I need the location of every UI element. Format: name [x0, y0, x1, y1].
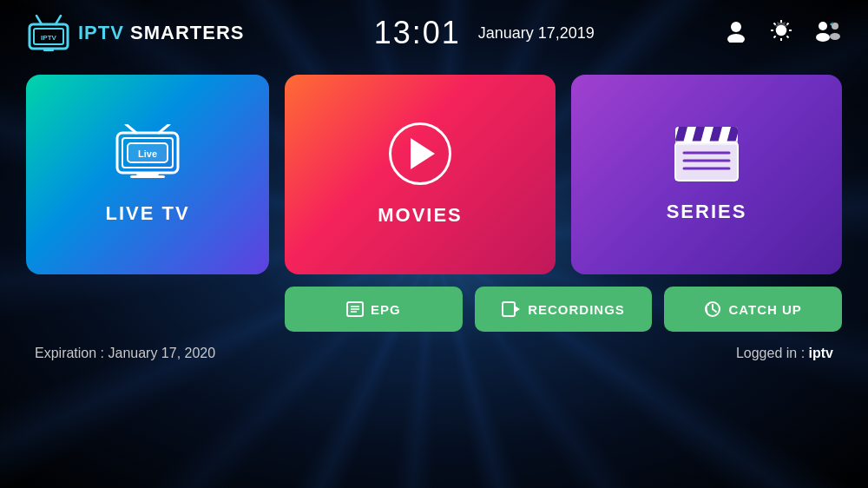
loggedin-user: iptv: [809, 346, 833, 360]
logo-text: IPTV SMARTERS: [78, 22, 244, 44]
svg-point-21: [830, 33, 840, 40]
svg-rect-28: [136, 173, 159, 175]
svg-text:Live: Live: [138, 148, 157, 159]
expiration-date: January 17, 2020: [108, 346, 215, 360]
recordings-button[interactable]: RECORDINGS: [475, 287, 653, 332]
svg-rect-41: [675, 141, 738, 145]
expiration-info: Expiration : January 17, 2020: [35, 346, 215, 361]
profile-icon[interactable]: [724, 18, 748, 49]
svg-line-17: [773, 36, 775, 37]
movies-card[interactable]: MOVIES: [285, 75, 556, 274]
settings-icon[interactable]: [769, 18, 793, 49]
header-center: 13:01 January 17,2019: [374, 15, 595, 51]
footer: Expiration : January 17, 2020 Logged in …: [0, 332, 868, 370]
epg-button[interactable]: EPG: [285, 287, 463, 332]
svg-point-19: [816, 33, 830, 42]
svg-rect-46: [503, 302, 515, 316]
svg-point-9: [779, 28, 783, 32]
series-label: SERIES: [667, 201, 747, 223]
loggedin-prefix: Logged in :: [736, 346, 809, 360]
header: IPTV IPTV SMARTERS 13:01 January 17,2019: [0, 0, 868, 66]
svg-point-6: [731, 22, 741, 32]
tv-logo-icon: IPTV: [26, 14, 71, 52]
top-cards: MOVIES: [285, 75, 842, 274]
date-display: January 17,2019: [478, 24, 595, 43]
svg-rect-2: [43, 49, 54, 51]
right-column: MOVIES: [285, 75, 842, 332]
catchup-button[interactable]: CATCH UP: [664, 287, 842, 332]
svg-line-16: [786, 23, 788, 24]
svg-point-18: [819, 22, 827, 30]
play-triangle: [411, 138, 435, 169]
logo-smarters: SMARTERS: [124, 22, 245, 43]
epg-label: EPG: [371, 302, 401, 317]
expiration-prefix: Expiration :: [35, 346, 108, 360]
switch-user-icon[interactable]: [814, 18, 842, 49]
clock-display: 13:01: [374, 15, 461, 51]
movies-label: MOVIES: [378, 204, 463, 227]
recordings-icon: [502, 301, 521, 317]
svg-text:IPTV: IPTV: [41, 34, 56, 42]
header-icons: [724, 18, 842, 49]
svg-rect-29: [130, 175, 165, 178]
logged-in-info: Logged in : iptv: [736, 346, 833, 361]
play-button-icon: [389, 122, 451, 185]
svg-point-7: [727, 34, 745, 43]
live-tv-icon: Live: [108, 124, 187, 185]
catchup-label: CATCH UP: [728, 302, 801, 317]
live-tv-card[interactable]: Live LIVE TV: [26, 75, 269, 274]
logo-iptv: IPTV: [78, 22, 124, 43]
svg-line-15: [786, 36, 788, 37]
main-content: Live LIVE TV MOVIES: [0, 66, 868, 332]
series-card[interactable]: SERIES: [571, 75, 842, 274]
svg-marker-47: [515, 306, 520, 313]
clapperboard-icon: [672, 127, 741, 183]
svg-line-14: [773, 23, 775, 24]
recordings-label: RECORDINGS: [528, 302, 625, 317]
logo-area: IPTV IPTV SMARTERS: [26, 14, 244, 52]
live-tv-label: LIVE TV: [105, 202, 189, 225]
catchup-icon: [704, 300, 721, 318]
epg-icon: [346, 300, 364, 318]
bottom-buttons: EPG RECORDINGS CATCH UP: [285, 287, 842, 332]
